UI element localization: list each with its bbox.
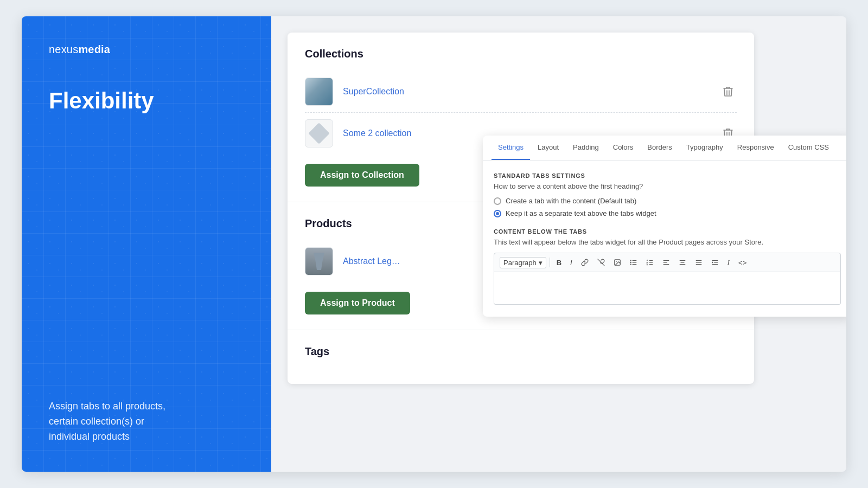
standard-tabs-settings-subtitle: How to serve a content above the first h…: [494, 182, 841, 190]
settings-panel: Settings Layout Padding Colors Borders T…: [483, 136, 846, 317]
collection-item: SuperCollection: [305, 71, 737, 113]
toolbar-separator: [550, 258, 550, 267]
brand-suffix: media: [78, 43, 110, 55]
tags-section: Tags: [288, 330, 754, 384]
collection-name-1[interactable]: SuperCollection: [343, 87, 719, 97]
svg-point-2: [616, 261, 617, 262]
radio-label-2: Keep it as a separate text above the tab…: [506, 209, 656, 217]
delete-collection-1-button[interactable]: [719, 83, 737, 100]
italic-button[interactable]: I: [567, 257, 576, 268]
collection-thumb-2: [305, 119, 333, 147]
radio-item-1[interactable]: Create a tab with the content (Default t…: [494, 197, 841, 205]
radio-circle-2[interactable]: [494, 210, 501, 217]
italic-format-button[interactable]: I: [724, 256, 733, 268]
svg-point-6: [630, 260, 631, 261]
paragraph-label: Paragraph: [503, 259, 537, 267]
tab-colors[interactable]: Colors: [607, 136, 640, 160]
collection-thumb-1: [305, 78, 333, 106]
chevron-down-icon: ▾: [539, 259, 542, 267]
bullet-list-button[interactable]: [627, 257, 641, 268]
tagline: Flexibility: [49, 88, 244, 113]
tab-padding[interactable]: Padding: [566, 136, 605, 160]
editor-body[interactable]: [494, 272, 841, 305]
radio-label-1: Create a tab with the content (Default t…: [506, 197, 636, 205]
tab-custom-css[interactable]: Custom CSS: [782, 136, 835, 160]
content-below-tabs-title: CONTENT BELOW THE TABS: [494, 228, 841, 235]
content-below-tabs-subtitle: This text will appear below the tabs wid…: [494, 238, 841, 246]
diamond-thumb-image: [308, 123, 330, 144]
unlink-button[interactable]: [594, 257, 608, 268]
brand-logo: nexusmedia: [49, 43, 244, 56]
image-button[interactable]: [610, 257, 624, 268]
description: Assign tabs to all products,certain coll…: [49, 399, 244, 445]
bold-button[interactable]: B: [553, 257, 565, 268]
landscape-thumb-image: [305, 78, 333, 105]
svg-point-8: [630, 264, 631, 265]
align-left-button[interactable]: [659, 257, 673, 268]
indent-button[interactable]: [708, 257, 722, 268]
settings-tabs-bar: Settings Layout Padding Colors Borders T…: [483, 136, 846, 160]
numbered-list-button[interactable]: [643, 257, 657, 268]
link-button[interactable]: [578, 257, 592, 268]
editor-toolbar: Paragraph ▾ B I: [494, 253, 841, 272]
svg-point-7: [630, 262, 631, 263]
collections-title: Collections: [305, 48, 737, 60]
standard-tabs-settings-title: STANDARD TABS SETTINGS: [494, 172, 841, 179]
paragraph-select[interactable]: Paragraph ▾: [500, 257, 546, 268]
radio-item-2[interactable]: Keep it as a separate text above the tab…: [494, 209, 841, 217]
tab-typography[interactable]: Typography: [680, 136, 730, 160]
assign-to-product-button[interactable]: Assign to Product: [305, 292, 410, 314]
settings-body: STANDARD TABS SETTINGS How to serve a co…: [483, 160, 846, 317]
product-thumb-1: [305, 247, 333, 275]
align-center-button[interactable]: [675, 257, 690, 268]
tab-borders[interactable]: Borders: [641, 136, 679, 160]
tab-layout[interactable]: Layout: [531, 136, 565, 160]
tags-title: Tags: [305, 345, 737, 358]
justify-button[interactable]: [692, 257, 706, 268]
radio-group: Create a tab with the content (Default t…: [494, 197, 841, 217]
tab-responsive[interactable]: Responsive: [731, 136, 781, 160]
tab-settings[interactable]: Settings: [492, 136, 530, 160]
assign-to-collection-button[interactable]: Assign to Collection: [305, 164, 419, 187]
pants-thumb-image: [305, 248, 333, 275]
code-button[interactable]: <>: [735, 257, 750, 268]
radio-circle-1[interactable]: [494, 197, 501, 205]
left-panel: nexusmedia Flexibility Assign tabs to al…: [22, 16, 271, 472]
right-panel: Collections SuperCollection: [271, 16, 846, 472]
